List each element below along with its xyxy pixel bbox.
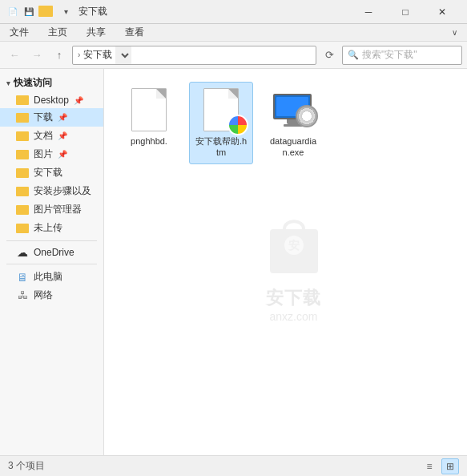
breadcrumb-segment: 安下载 [83, 48, 112, 62]
quick-access-arrow: ▾ [6, 79, 10, 87]
htm-icon-wrap [199, 87, 244, 132]
folder-icon-dl [16, 112, 29, 123]
sidebar-item-notup[interactable]: 未上传 [0, 219, 103, 237]
monitor-icon-shape [273, 94, 313, 126]
minimize-button[interactable]: ─ [350, 0, 387, 24]
folder-icon [16, 95, 29, 106]
folder-icon-notup [16, 223, 29, 234]
menu-bar-right: ∨ [449, 26, 461, 38]
folder-icon-pics [16, 149, 29, 160]
search-bar[interactable]: 🔍 搜索"安下载" [342, 46, 462, 65]
computer-icon: 🖥 [16, 272, 29, 283]
window-title: 安下载 [79, 5, 350, 18]
sidebar-label-download: 下载 [34, 111, 53, 124]
sidebar-item-install[interactable]: 安装步骤以及 [0, 182, 103, 200]
file-grid: pnghhbd. 安下载帮助.htm [104, 69, 467, 177]
folder-icon-docs [16, 131, 29, 142]
file-icon-exe [271, 87, 316, 132]
sidebar-divider-2 [6, 264, 97, 264]
search-icon: 🔍 [348, 50, 359, 60]
dropdown-icon[interactable]: ▾ [59, 6, 72, 18]
status-bar: 3 个项目 ≡ ⊞ [0, 455, 467, 476]
doc-icon-small: 📄 [6, 6, 19, 18]
sidebar-label-notup: 未上传 [34, 221, 62, 235]
breadcrumb-sep: › [78, 50, 80, 59]
menu-share[interactable]: 共享 [83, 24, 109, 41]
close-button[interactable]: ✕ [424, 0, 461, 24]
sidebar-item-onedrive[interactable]: ☁ OneDrive [0, 244, 103, 260]
pin-icon-pics: 📌 [58, 150, 67, 159]
file-name-htm: 安下载帮助.htm [195, 135, 248, 159]
folder-icon-imgmgr [16, 204, 29, 216]
watermark: 安 安下载 anxz.com [254, 201, 334, 323]
sidebar-divider-1 [6, 240, 97, 241]
doc-icon-shape [131, 88, 167, 131]
folder-icon-install [16, 186, 29, 197]
file-item-htm[interactable]: 安下载帮助.htm [189, 82, 253, 164]
view-list-button[interactable]: ≡ [421, 458, 438, 474]
sidebar-label-network: 网络 [34, 288, 53, 302]
file-item-exe[interactable]: dataguardian.exe [261, 82, 325, 164]
menu-view[interactable]: 查看 [122, 24, 147, 41]
pin-icon-docs: 📌 [58, 131, 67, 140]
cd-overlay [296, 105, 318, 127]
sidebar-label-docs: 文档 [34, 129, 53, 143]
forward-button[interactable]: → [27, 46, 46, 65]
menu-home[interactable]: 主页 [45, 24, 70, 41]
sidebar-label-imgmgr: 图片管理器 [34, 203, 82, 216]
menu-file[interactable]: 文件 [6, 24, 32, 41]
exe-icon-wrap [271, 87, 316, 132]
sidebar-item-network[interactable]: 🖧 网络 [0, 286, 103, 305]
sidebar-label-computer: 此电脑 [34, 270, 62, 284]
onedrive-icon: ☁ [16, 247, 29, 258]
sidebar-item-computer[interactable]: 🖥 此电脑 [0, 268, 103, 286]
sidebar-item-pics[interactable]: 图片 📌 [0, 145, 103, 163]
sidebar: ▾ 快速访问 Desktop 📌 下载 📌 文档 📌 [0, 69, 104, 455]
svg-point-1 [284, 236, 304, 255]
refresh-button[interactable]: ⟳ [320, 46, 339, 65]
main-area: ▾ 快速访问 Desktop 📌 下载 📌 文档 📌 [0, 69, 467, 455]
ribbon-toggle[interactable]: ∨ [449, 26, 461, 38]
breadcrumb-dropdown[interactable]: ▾ [115, 46, 131, 64]
sidebar-label-install: 安装步骤以及 [34, 184, 91, 198]
address-bar[interactable]: › 安下载 ▾ [72, 46, 316, 65]
view-grid-button[interactable]: ⊞ [441, 458, 459, 474]
title-bar: 📄 💾 ▾ 安下载 ─ □ ✕ [0, 0, 467, 24]
file-item-pnghhbd[interactable]: pnghhbd. [117, 82, 181, 164]
sidebar-item-desktop[interactable]: Desktop 📌 [0, 92, 103, 108]
file-icon-htm [199, 87, 244, 132]
pin-icon: 📌 [74, 96, 83, 105]
back-button[interactable]: ← [5, 46, 24, 65]
maximize-button[interactable]: □ [387, 0, 424, 24]
htm-color-circle [227, 115, 248, 135]
toolbar: ← → ↑ › 安下载 ▾ ⟳ 🔍 搜索"安下载" [0, 42, 467, 69]
network-icon: 🖧 [16, 290, 29, 301]
save-icon-small: 💾 [22, 6, 35, 18]
quick-access-label: 快速访问 [14, 76, 52, 90]
watermark-text: 安下载 [266, 286, 321, 310]
file-icon-doc [127, 87, 171, 132]
file-name-pnghhbd: pnghhbd. [131, 135, 167, 147]
file-area: 安 安下载 anxz.com pnghhbd. [104, 69, 467, 455]
title-bar-controls: ─ □ ✕ [350, 0, 461, 24]
svg-rect-0 [270, 229, 318, 273]
file-name-exe: dataguardian.exe [267, 135, 320, 159]
sidebar-label-desktop: Desktop [34, 95, 69, 106]
sidebar-item-download[interactable]: 下载 📌 [0, 108, 103, 127]
sidebar-label-pics: 图片 [34, 147, 53, 161]
search-placeholder: 搜索"安下载" [362, 48, 417, 62]
pin-icon-dl: 📌 [58, 113, 67, 122]
up-button[interactable]: ↑ [50, 46, 69, 65]
quick-access-header[interactable]: ▾ 快速访问 [0, 74, 103, 92]
sidebar-label-azx: 安下载 [34, 166, 62, 180]
folder-icon-azx [16, 167, 29, 179]
sidebar-label-onedrive: OneDrive [34, 247, 74, 258]
menu-bar: 文件 主页 共享 查看 ∨ [0, 24, 467, 42]
sidebar-item-imgmgr[interactable]: 图片管理器 [0, 200, 103, 219]
status-count: 3 个项目 [8, 459, 45, 473]
status-view-buttons: ≡ ⊞ [421, 458, 459, 474]
watermark-sub: anxz.com [270, 310, 318, 323]
sidebar-item-docs[interactable]: 文档 📌 [0, 127, 103, 145]
sidebar-item-anzaixia[interactable]: 安下载 [0, 163, 103, 182]
folder-icon-title [38, 6, 53, 17]
